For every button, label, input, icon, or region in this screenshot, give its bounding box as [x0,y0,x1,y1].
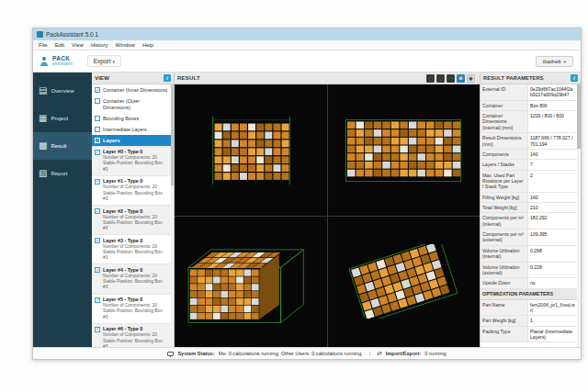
option-container-outer[interactable]: Container (Outer Dimensions) [92,95,171,113]
checkbox-icon[interactable] [95,116,100,121]
sidebar-item-result[interactable]: ▩ Result [33,132,92,160]
toolbar: PACK assistant Export ▾ tbathelt ▾ [33,50,581,73]
menu-history[interactable]: History [91,42,108,48]
result-icon: ▩ [39,141,47,151]
viewport-toolbar: ◰ ◱ ◳ ⊕ ◉ [426,74,475,83]
info-icon[interactable]: i [164,74,171,82]
view-panel-title: VIEW [95,75,109,81]
checkbox-icon[interactable] [95,87,100,93]
layer-item-3[interactable]: Layer #3 - Type 0 Number of Components: … [92,234,171,263]
param-row-packing-type: Packing Type Planar (Intermediate Layers… [481,327,577,343]
checkbox-icon[interactable] [95,267,100,273]
param-row-components: Components 140 [481,150,577,160]
menu-window[interactable]: Window [116,42,135,48]
render-top-view [345,244,462,319]
result-panel: RESULT ◰ ◱ ◳ ⊕ ◉ [175,73,480,347]
system-status-icon [167,352,174,356]
param-row-filling-weight: Filling Weight [kg] 140 [481,193,577,203]
option-intermediate-layers[interactable]: Intermediate Layers [92,124,171,135]
sidebar-item-label: Project [51,116,68,121]
zoom-reset-icon[interactable]: ⊕ [457,74,465,83]
main-area: ▤ Overview ▦ Project ▩ Result ▧ Report V… [33,73,581,347]
param-row-part-name: Part Name fem2004_pr1_fixed.wrl [481,300,577,317]
layer-item-1[interactable]: Layer #1 - Type 0 Number of Components: … [92,175,171,205]
sidebar-item-project[interactable]: ▦ Project [33,105,92,132]
param-row-upside-down: Upside Down no [481,278,577,288]
param-row-container-dimensions: Container Dimensions (internal) [mm] 120… [481,111,577,133]
export-label: Export [94,58,111,64]
viewport-quadrant-side[interactable] [327,84,480,216]
render-perspective-view [182,235,320,328]
param-row-result-dimensions: Result Dimensions [mm] 1187.666 / 778.02… [481,133,577,150]
view-perspective-icon[interactable]: ◰ [426,74,435,83]
fit-view-icon[interactable]: ◉ [467,74,475,83]
menu-view[interactable]: View [72,42,84,48]
viewport-3d[interactable] [175,84,480,347]
layer-item-5[interactable]: Layer #5 - Type 0 Number of Components: … [92,294,171,323]
checkbox-icon[interactable] [95,327,100,332]
export-button[interactable]: Export ▾ [87,55,121,67]
view-panel-scrollbar-thumb[interactable] [171,84,174,185]
titlebar: PackAssistant 5.0.1 [33,28,581,40]
checkbox-icon[interactable] [95,238,100,243]
menubar: File Edit View History Window Help [33,40,581,50]
sidebar-item-label: Result [51,143,66,149]
system-status-text: Me: 0 calculations running. Other Users:… [219,351,363,356]
render-side-view [345,118,462,183]
viewport-quadrant-perspective[interactable] [175,216,327,347]
checkbox-icon[interactable] [95,179,100,185]
import-export-icon: ⇄ [377,351,381,357]
info-icon[interactable]: i [571,74,578,82]
system-status-label: System Status: [177,351,214,356]
layer-item-2[interactable]: Layer #2 - Type 0 Number of Components: … [92,205,171,234]
view-front-icon[interactable]: ◱ [436,74,445,83]
menu-file[interactable]: File [39,42,48,48]
status-separator: | [369,351,370,356]
sidebar-item-label: Overview [51,88,74,94]
app-window: PackAssistant 5.0.1 File Edit View Histo… [32,28,582,360]
params-table: External ID 0e29d667ac1044f2ab9217a009d2… [481,84,581,347]
checkbox-icon[interactable] [95,98,100,104]
option-bounding-boxes[interactable]: Bounding Boxes [92,113,171,124]
sidebar-item-overview[interactable]: ▤ Overview [33,77,92,105]
option-container-inner[interactable]: Container (Inner Dimensions) [92,84,171,95]
viewport-quadrant-top[interactable] [327,216,480,347]
layers-group-row[interactable]: Layers [92,135,171,146]
menu-help[interactable]: Help [142,42,153,48]
param-row-components-m3-internal: Components per m³ (internal) 182.292 [481,213,577,230]
project-icon: ▦ [39,114,47,123]
result-panel-header: RESULT ◰ ◱ ◳ ⊕ ◉ [175,73,480,84]
checkbox-icon[interactable] [95,208,100,214]
checkbox-icon[interactable] [95,127,100,132]
param-row-total-weight: Total Weight [kg] 210 [481,203,577,213]
overview-icon: ▤ [39,86,47,95]
render-front-view [208,116,295,185]
param-row-container: Container Box 800 [481,101,577,111]
menu-edit[interactable]: Edit [55,42,64,48]
params-panel-title: RESULT PARAMETERS [483,75,544,81]
layer-item-4[interactable]: Layer #4 - Type 0 Number of Components: … [92,263,171,293]
viewport-quadrant-front[interactable] [175,84,327,216]
checkbox-icon[interactable] [95,138,100,143]
view-panel: VIEW i Container (Inner Dimensions) Cont… [92,73,175,347]
checkbox-icon[interactable] [95,150,100,155]
logo-icon [39,56,50,67]
user-menu[interactable]: tbathelt ▾ [536,56,573,67]
result-panel-title: RESULT [177,75,200,81]
view-top-icon[interactable]: ◳ [447,74,455,83]
sidebar-item-report[interactable]: ▧ Report [33,160,92,187]
param-row-volume-utilization-internal: Volume Utilization (internal) 0.298 [481,246,577,263]
import-export-label: Import/Export: [386,351,422,356]
params-panel-scrollbar-thumb[interactable] [577,84,581,149]
checkbox-icon[interactable] [95,297,100,303]
param-row-part-weight: Part Weight [kg] 1 [481,316,577,326]
report-icon: ▧ [39,169,47,178]
window-title: PackAssistant 5.0.1 [46,31,98,38]
param-row-layers-stacks: Layers / Stacks 7 [481,160,577,170]
layer-item-6[interactable]: Layer #6 - Type 0 Number of Components: … [92,323,171,347]
import-export-text: 0 running [424,351,446,356]
user-label: tbathelt [543,59,561,64]
layer-item-0[interactable]: Layer #0 - Type 0 Number of Components: … [92,146,171,175]
params-panel-header: RESULT PARAMETERS i [481,73,581,84]
result-parameters-panel: RESULT PARAMETERS i External ID 0e29d667… [480,73,581,347]
